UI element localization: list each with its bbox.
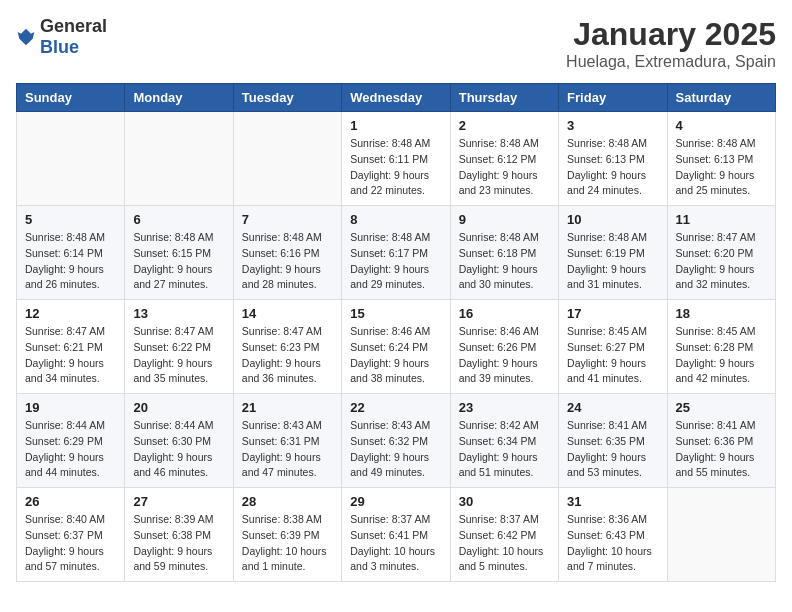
day-number: 24	[567, 400, 658, 415]
day-info: Sunrise: 8:41 AMSunset: 6:36 PMDaylight:…	[676, 418, 767, 481]
day-number: 1	[350, 118, 441, 133]
weekday-header-saturday: Saturday	[667, 84, 775, 112]
calendar-cell	[667, 488, 775, 582]
calendar-cell: 20Sunrise: 8:44 AMSunset: 6:30 PMDayligh…	[125, 394, 233, 488]
day-number: 17	[567, 306, 658, 321]
day-info: Sunrise: 8:43 AMSunset: 6:32 PMDaylight:…	[350, 418, 441, 481]
calendar-cell: 23Sunrise: 8:42 AMSunset: 6:34 PMDayligh…	[450, 394, 558, 488]
day-info: Sunrise: 8:40 AMSunset: 6:37 PMDaylight:…	[25, 512, 116, 575]
calendar-week-row: 19Sunrise: 8:44 AMSunset: 6:29 PMDayligh…	[17, 394, 776, 488]
day-number: 27	[133, 494, 224, 509]
day-info: Sunrise: 8:43 AMSunset: 6:31 PMDaylight:…	[242, 418, 333, 481]
day-info: Sunrise: 8:47 AMSunset: 6:22 PMDaylight:…	[133, 324, 224, 387]
day-number: 3	[567, 118, 658, 133]
calendar-cell: 8Sunrise: 8:48 AMSunset: 6:17 PMDaylight…	[342, 206, 450, 300]
calendar-week-row: 12Sunrise: 8:47 AMSunset: 6:21 PMDayligh…	[17, 300, 776, 394]
calendar-cell: 13Sunrise: 8:47 AMSunset: 6:22 PMDayligh…	[125, 300, 233, 394]
day-info: Sunrise: 8:44 AMSunset: 6:30 PMDaylight:…	[133, 418, 224, 481]
day-number: 18	[676, 306, 767, 321]
day-info: Sunrise: 8:48 AMSunset: 6:14 PMDaylight:…	[25, 230, 116, 293]
calendar-cell: 14Sunrise: 8:47 AMSunset: 6:23 PMDayligh…	[233, 300, 341, 394]
day-number: 30	[459, 494, 550, 509]
calendar-cell	[17, 112, 125, 206]
calendar-week-row: 5Sunrise: 8:48 AMSunset: 6:14 PMDaylight…	[17, 206, 776, 300]
calendar-cell: 2Sunrise: 8:48 AMSunset: 6:12 PMDaylight…	[450, 112, 558, 206]
calendar-table: SundayMondayTuesdayWednesdayThursdayFrid…	[16, 83, 776, 582]
calendar-cell: 5Sunrise: 8:48 AMSunset: 6:14 PMDaylight…	[17, 206, 125, 300]
day-info: Sunrise: 8:38 AMSunset: 6:39 PMDaylight:…	[242, 512, 333, 575]
calendar-cell: 11Sunrise: 8:47 AMSunset: 6:20 PMDayligh…	[667, 206, 775, 300]
day-number: 23	[459, 400, 550, 415]
calendar-cell: 9Sunrise: 8:48 AMSunset: 6:18 PMDaylight…	[450, 206, 558, 300]
logo-text-blue: Blue	[40, 37, 79, 57]
day-info: Sunrise: 8:47 AMSunset: 6:23 PMDaylight:…	[242, 324, 333, 387]
calendar-cell: 4Sunrise: 8:48 AMSunset: 6:13 PMDaylight…	[667, 112, 775, 206]
calendar-cell: 22Sunrise: 8:43 AMSunset: 6:32 PMDayligh…	[342, 394, 450, 488]
day-number: 11	[676, 212, 767, 227]
day-number: 13	[133, 306, 224, 321]
day-info: Sunrise: 8:48 AMSunset: 6:13 PMDaylight:…	[676, 136, 767, 199]
calendar-cell: 15Sunrise: 8:46 AMSunset: 6:24 PMDayligh…	[342, 300, 450, 394]
calendar-cell: 30Sunrise: 8:37 AMSunset: 6:42 PMDayligh…	[450, 488, 558, 582]
day-number: 9	[459, 212, 550, 227]
location-title: Huelaga, Extremadura, Spain	[566, 53, 776, 71]
calendar-cell: 24Sunrise: 8:41 AMSunset: 6:35 PMDayligh…	[559, 394, 667, 488]
day-number: 10	[567, 212, 658, 227]
day-number: 2	[459, 118, 550, 133]
day-number: 21	[242, 400, 333, 415]
day-number: 20	[133, 400, 224, 415]
logo: General Blue	[16, 16, 107, 58]
day-info: Sunrise: 8:48 AMSunset: 6:19 PMDaylight:…	[567, 230, 658, 293]
day-info: Sunrise: 8:48 AMSunset: 6:18 PMDaylight:…	[459, 230, 550, 293]
calendar-cell: 18Sunrise: 8:45 AMSunset: 6:28 PMDayligh…	[667, 300, 775, 394]
day-number: 4	[676, 118, 767, 133]
calendar-cell: 16Sunrise: 8:46 AMSunset: 6:26 PMDayligh…	[450, 300, 558, 394]
weekday-header-thursday: Thursday	[450, 84, 558, 112]
day-info: Sunrise: 8:47 AMSunset: 6:21 PMDaylight:…	[25, 324, 116, 387]
calendar-week-row: 26Sunrise: 8:40 AMSunset: 6:37 PMDayligh…	[17, 488, 776, 582]
day-info: Sunrise: 8:48 AMSunset: 6:17 PMDaylight:…	[350, 230, 441, 293]
calendar-cell: 31Sunrise: 8:36 AMSunset: 6:43 PMDayligh…	[559, 488, 667, 582]
calendar-cell	[233, 112, 341, 206]
calendar-cell: 19Sunrise: 8:44 AMSunset: 6:29 PMDayligh…	[17, 394, 125, 488]
day-info: Sunrise: 8:37 AMSunset: 6:41 PMDaylight:…	[350, 512, 441, 575]
month-title: January 2025	[566, 16, 776, 53]
day-number: 7	[242, 212, 333, 227]
calendar-cell: 17Sunrise: 8:45 AMSunset: 6:27 PMDayligh…	[559, 300, 667, 394]
weekday-header-monday: Monday	[125, 84, 233, 112]
day-info: Sunrise: 8:48 AMSunset: 6:13 PMDaylight:…	[567, 136, 658, 199]
day-number: 6	[133, 212, 224, 227]
day-number: 25	[676, 400, 767, 415]
day-info: Sunrise: 8:48 AMSunset: 6:11 PMDaylight:…	[350, 136, 441, 199]
day-info: Sunrise: 8:46 AMSunset: 6:24 PMDaylight:…	[350, 324, 441, 387]
day-number: 29	[350, 494, 441, 509]
day-info: Sunrise: 8:39 AMSunset: 6:38 PMDaylight:…	[133, 512, 224, 575]
day-info: Sunrise: 8:41 AMSunset: 6:35 PMDaylight:…	[567, 418, 658, 481]
logo-text-general: General	[40, 16, 107, 36]
day-number: 16	[459, 306, 550, 321]
calendar-cell	[125, 112, 233, 206]
day-number: 22	[350, 400, 441, 415]
day-info: Sunrise: 8:44 AMSunset: 6:29 PMDaylight:…	[25, 418, 116, 481]
page-header: General Blue January 2025 Huelaga, Extre…	[16, 16, 776, 71]
weekday-header-tuesday: Tuesday	[233, 84, 341, 112]
day-info: Sunrise: 8:47 AMSunset: 6:20 PMDaylight:…	[676, 230, 767, 293]
calendar-cell: 27Sunrise: 8:39 AMSunset: 6:38 PMDayligh…	[125, 488, 233, 582]
calendar-cell: 3Sunrise: 8:48 AMSunset: 6:13 PMDaylight…	[559, 112, 667, 206]
day-info: Sunrise: 8:48 AMSunset: 6:12 PMDaylight:…	[459, 136, 550, 199]
logo-icon	[16, 27, 36, 47]
calendar-cell: 6Sunrise: 8:48 AMSunset: 6:15 PMDaylight…	[125, 206, 233, 300]
day-info: Sunrise: 8:46 AMSunset: 6:26 PMDaylight:…	[459, 324, 550, 387]
calendar-cell: 25Sunrise: 8:41 AMSunset: 6:36 PMDayligh…	[667, 394, 775, 488]
day-info: Sunrise: 8:37 AMSunset: 6:42 PMDaylight:…	[459, 512, 550, 575]
day-info: Sunrise: 8:36 AMSunset: 6:43 PMDaylight:…	[567, 512, 658, 575]
weekday-header-sunday: Sunday	[17, 84, 125, 112]
day-number: 26	[25, 494, 116, 509]
calendar-cell: 10Sunrise: 8:48 AMSunset: 6:19 PMDayligh…	[559, 206, 667, 300]
day-number: 14	[242, 306, 333, 321]
calendar-cell: 12Sunrise: 8:47 AMSunset: 6:21 PMDayligh…	[17, 300, 125, 394]
weekday-header-wednesday: Wednesday	[342, 84, 450, 112]
day-info: Sunrise: 8:42 AMSunset: 6:34 PMDaylight:…	[459, 418, 550, 481]
day-info: Sunrise: 8:45 AMSunset: 6:27 PMDaylight:…	[567, 324, 658, 387]
day-info: Sunrise: 8:48 AMSunset: 6:16 PMDaylight:…	[242, 230, 333, 293]
